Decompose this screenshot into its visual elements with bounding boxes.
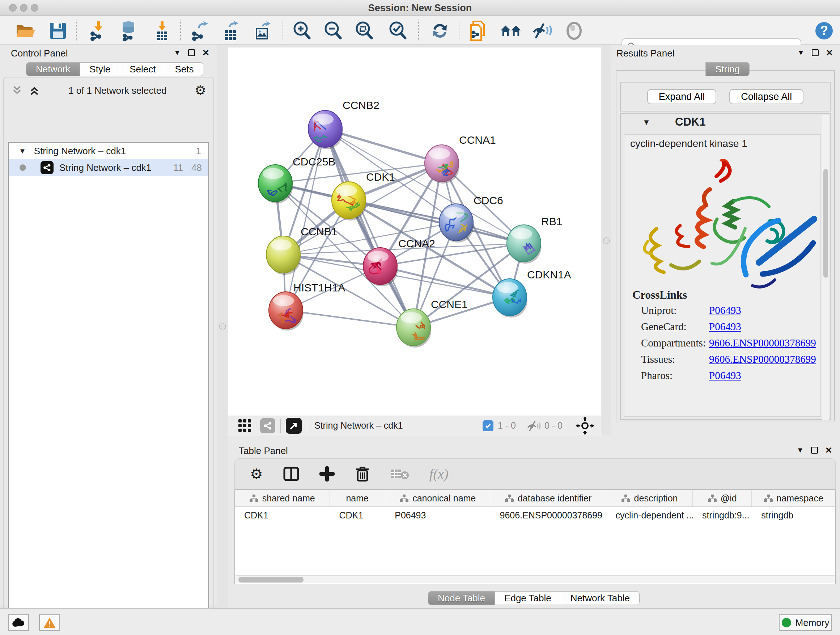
create-column-plus-icon[interactable]	[319, 466, 335, 481]
panel-close-icon[interactable]: ✕	[202, 49, 210, 56]
panel-close-icon[interactable]: ✕	[826, 49, 833, 56]
delete-column-trash-icon[interactable]	[355, 466, 370, 482]
network-canvas[interactable]: CCNB2CCNA1CDC25BCDK1CDC6RB1CCNB1CCNA2CDK…	[228, 47, 601, 416]
zoom-out-icon	[323, 21, 343, 41]
node-table[interactable]: shared namenamecanonical namedatabase id…	[234, 489, 836, 584]
export-table-button[interactable]	[220, 20, 242, 41]
left-splitter-handle[interactable]	[219, 323, 226, 329]
panel-float-icon[interactable]	[811, 447, 818, 454]
save-session-button[interactable]	[47, 20, 69, 41]
column-header-sharedname[interactable]: shared name	[235, 490, 330, 507]
fit-selected-crosshair-icon[interactable]	[576, 416, 594, 435]
column-header-id[interactable]: @id	[693, 490, 752, 507]
table-settings-gear-icon[interactable]: ⚙	[250, 466, 263, 482]
expand-all-button[interactable]: Expand All	[647, 89, 717, 104]
tab-network-table[interactable]: Network Table	[561, 591, 639, 605]
table-panel: Table Panel ▼ ✕ ⚙ f(x) shared namenameca…	[228, 435, 840, 608]
tab-network[interactable]: Network	[26, 62, 80, 76]
close-window-button[interactable]	[9, 4, 17, 11]
results-scrollbar-thumb[interactable]	[823, 169, 828, 278]
table-row[interactable]: CDK1CDK1P064939606.ENSP00000378699cyclin…	[235, 507, 835, 523]
panel-close-icon[interactable]: ✕	[825, 447, 832, 454]
node-label-CCNB2: CCNB2	[343, 99, 379, 111]
cell-canonicalname[interactable]: P06493	[385, 510, 490, 521]
collapse-all-icon[interactable]	[11, 84, 23, 97]
zoom-fit-button[interactable]	[354, 20, 375, 41]
window-title: Session: New Session	[0, 0, 840, 16]
string-view-icon[interactable]	[260, 418, 275, 433]
table-hscrollbar[interactable]	[235, 575, 835, 583]
minimize-window-button[interactable]	[20, 4, 27, 11]
hide-unhide-button[interactable]	[531, 20, 553, 41]
cell-name[interactable]: CDK1	[330, 510, 385, 521]
panel-menu-icon[interactable]: ▼	[797, 446, 804, 454]
right-splitter[interactable]	[601, 45, 611, 443]
tab-string-results[interactable]: String	[706, 62, 750, 76]
cell-namespace[interactable]: stringdb	[752, 510, 835, 521]
left-splitter[interactable]	[217, 45, 228, 605]
collapse-all-button[interactable]: Collapse All	[729, 89, 804, 104]
hidden-eye-slash-icon[interactable]	[526, 420, 541, 432]
cell-description[interactable]: cyclin-dependent ...	[606, 510, 693, 521]
cell-id[interactable]: stringdb:9...	[693, 510, 752, 521]
memory-button[interactable]: Memory	[779, 614, 832, 631]
network-tree-root-row[interactable]: ▼ String Network – cdk1 1	[9, 143, 208, 159]
column-header-canonicalname[interactable]: canonical name	[385, 490, 490, 507]
column-header-description[interactable]: description	[606, 490, 693, 507]
selected-nodes-checkbox-icon[interactable]	[483, 420, 493, 431]
refresh-button[interactable]	[429, 20, 451, 41]
zoom-window-button[interactable]	[31, 4, 38, 11]
import-table-button[interactable]	[151, 20, 173, 41]
duplicate-network-button[interactable]	[467, 20, 489, 41]
right-splitter-handle[interactable]	[603, 238, 609, 244]
panel-float-icon[interactable]	[188, 49, 195, 56]
warning-icon	[43, 617, 56, 629]
panel-float-icon[interactable]	[812, 49, 819, 56]
crosslink-compartments-link[interactable]: 9606.ENSP00000378699	[709, 337, 816, 349]
cell-databaseidentifier[interactable]: 9606.ENSP00000378699	[490, 510, 606, 521]
column-header-namespace[interactable]: namespace	[752, 490, 835, 507]
duplicate-network-icon	[468, 20, 488, 42]
column-header-name[interactable]: name	[330, 490, 385, 507]
export-image-button[interactable]	[251, 20, 273, 41]
import-network-button[interactable]	[88, 20, 109, 41]
table-toolbar: ⚙ f(x)	[234, 458, 836, 489]
string-network-graph[interactable]: CCNB2CCNA1CDC25BCDK1CDC6RB1CCNB1CCNA2CDK…	[228, 48, 601, 416]
crosslink-pharos-link[interactable]: P06493	[709, 370, 741, 382]
tab-sets[interactable]: Sets	[165, 62, 203, 76]
export-network-button[interactable]	[189, 20, 211, 41]
gray-eye-button[interactable]	[563, 20, 585, 41]
gene-collapse-icon[interactable]: ▼	[643, 118, 651, 127]
network-options-gear-icon[interactable]: ⚙	[195, 83, 206, 98]
open-in-window-icon[interactable]	[286, 418, 302, 434]
zoom-in-button[interactable]	[291, 20, 313, 41]
homes-button[interactable]	[500, 20, 522, 41]
zoom-selected-button[interactable]	[387, 20, 409, 41]
zoom-out-button[interactable]	[322, 20, 344, 41]
tab-node-table[interactable]: Node Table	[428, 591, 495, 605]
table-hscrollbar-thumb[interactable]	[238, 577, 303, 583]
open-file-button[interactable]	[14, 20, 36, 41]
panel-menu-icon[interactable]: ▼	[174, 49, 181, 57]
network-tree-child-row[interactable]: String Network – cdk1 11 48	[9, 159, 208, 176]
cloud-button[interactable]	[8, 614, 29, 631]
tab-select[interactable]: Select	[120, 62, 165, 76]
crosslink-tissues-link[interactable]: 9606.ENSP00000378699	[709, 353, 816, 365]
tab-edge-table[interactable]: Edge Table	[495, 591, 561, 605]
network-node-CDK1	[332, 182, 366, 220]
import-database-button[interactable]	[118, 20, 139, 41]
crosslink-uniprot-link[interactable]: P06493	[709, 304, 741, 317]
expand-all-icon[interactable]	[28, 84, 41, 97]
show-columns-icon[interactable]	[283, 466, 299, 482]
tree-expander-icon[interactable]: ▼	[19, 147, 26, 155]
birds-eye-grid-icon[interactable]	[238, 418, 252, 433]
tab-style[interactable]: Style	[80, 62, 120, 76]
column-header-databaseidentifier[interactable]: database identifier	[490, 490, 606, 507]
network-view-toolbar: String Network – cdk1 1 - 0 0 - 0	[228, 416, 601, 435]
crosslink-genecard-link[interactable]: P06493	[709, 321, 741, 333]
panel-menu-icon[interactable]: ▼	[797, 49, 805, 57]
help-button[interactable]: ?	[813, 20, 835, 41]
cell-sharedname[interactable]: CDK1	[235, 510, 330, 521]
results-scrollbar[interactable]	[822, 115, 829, 420]
warnings-button[interactable]	[39, 614, 60, 631]
